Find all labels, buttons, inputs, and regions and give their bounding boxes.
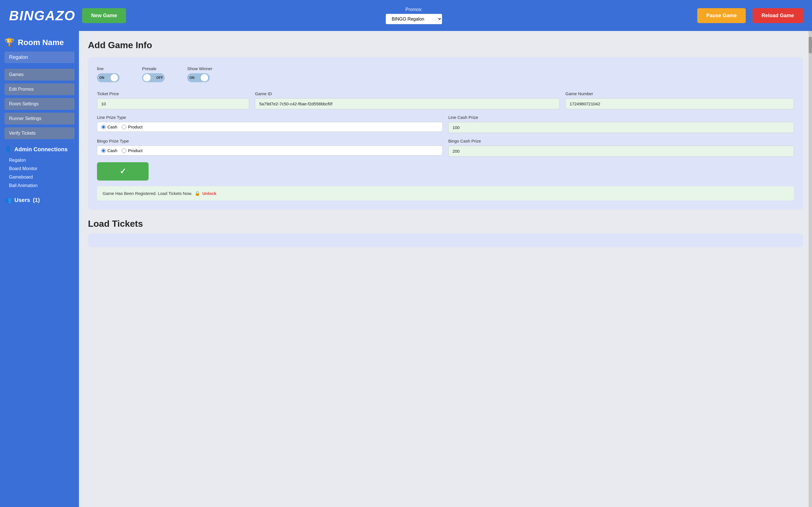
status-text: Game Has Been Registered. Load Tickets N… — [103, 191, 192, 196]
line-prize-cash-label: Cash — [107, 124, 117, 129]
line-toggle-label: ON — [99, 76, 104, 80]
line-cash-prize-input[interactable] — [448, 122, 794, 133]
ticket-price-label: Ticket Price — [97, 91, 249, 96]
nav-room-settings-button[interactable]: Room Settings — [4, 98, 74, 110]
promos-section: Promos: BINGO Regalon Promo 2 Promo 3 — [137, 7, 691, 24]
bingo-cash-prize-group: Bingo Cash Prize — [448, 138, 794, 157]
unlock-link[interactable]: Unlock — [202, 191, 216, 196]
line-prize-product-option[interactable]: Product — [122, 124, 143, 129]
bingo-prize-product-radio[interactable] — [122, 149, 126, 153]
bingo-cash-prize-input[interactable] — [448, 146, 794, 157]
bingo-cash-prize-label: Bingo Cash Prize — [448, 138, 794, 144]
presale-toggle-label: OFF — [156, 76, 163, 80]
room-badge[interactable]: Regalon — [4, 52, 74, 63]
show-winner-label: Show Winner — [187, 66, 212, 71]
line-prize-type-label: Line Prize Type — [97, 115, 443, 120]
users-title: 👥 Users (1) — [4, 196, 74, 203]
scrollbar-thumb[interactable] — [809, 37, 812, 54]
sidebar: 🏆 Room Name Regalon Games Edit Promos Ro… — [0, 31, 79, 507]
room-name-section: 🏆 Room Name — [4, 38, 74, 47]
status-message: Game Has Been Registered. Load Tickets N… — [97, 186, 794, 201]
game-id-group: Game ID — [255, 91, 560, 109]
admin-link-gameboard[interactable]: Gameboard — [4, 173, 74, 181]
presale-toggle[interactable]: OFF — [142, 73, 165, 82]
scrollbar[interactable] — [809, 31, 812, 507]
line-toggle[interactable]: ON — [97, 73, 119, 82]
bingo-prize-cash-radio[interactable] — [101, 149, 106, 153]
bingo-prize-row: Bingo Prize Type Cash Product Bingo Cash — [97, 138, 794, 157]
header: BINGAZO New Game Promos: BINGO Regalon P… — [0, 0, 812, 31]
line-prize-row: Line Prize Type Cash Product Line Cash P — [97, 115, 794, 133]
ticket-price-group: Ticket Price — [97, 91, 249, 109]
line-toggle-group: line ON — [97, 66, 119, 83]
admin-connections-section: 👤 Admin Connections Regalon Board Monito… — [4, 146, 74, 190]
nav-verify-tickets-button[interactable]: Verify Tickets — [4, 127, 74, 139]
show-winner-toggle-label: ON — [190, 76, 195, 80]
main-content: Add Game Info line ON Presale OFF — [79, 31, 812, 507]
reload-game-button[interactable]: Reload Game — [753, 8, 803, 23]
promos-select[interactable]: BINGO Regalon Promo 2 Promo 3 — [386, 14, 442, 24]
line-prize-cash-radio[interactable] — [101, 125, 106, 129]
new-game-button[interactable]: New Game — [82, 8, 126, 23]
main-fields-row: Ticket Price Game ID Game Number — [97, 91, 794, 109]
line-cash-prize-label: Line Cash Prize — [448, 115, 794, 120]
room-name-title: Room Name — [18, 38, 64, 47]
game-number-group: Game Number — [565, 91, 794, 109]
game-number-input[interactable] — [565, 98, 794, 109]
nav-runner-settings-button[interactable]: Runner Settings — [4, 113, 74, 124]
show-winner-toggle[interactable]: ON — [187, 73, 210, 82]
game-id-input[interactable] — [255, 98, 560, 109]
main-layout: 🏆 Room Name Regalon Games Edit Promos Ro… — [0, 31, 812, 507]
bingo-prize-type-label: Bingo Prize Type — [97, 138, 443, 144]
nav-edit-promos-button[interactable]: Edit Promos — [4, 83, 74, 95]
admin-link-board-monitor[interactable]: Board Monitor — [4, 165, 74, 173]
presale-label: Presale — [142, 66, 165, 71]
bingo-prize-product-option[interactable]: Product — [122, 148, 143, 153]
line-toggle-thumb — [110, 74, 118, 81]
line-prize-cash-option[interactable]: Cash — [101, 124, 117, 129]
submit-button[interactable]: ✓ — [97, 162, 149, 180]
admin-icon: 👤 — [4, 146, 11, 153]
show-winner-toggle-thumb — [201, 74, 208, 81]
add-game-info-card: line ON Presale OFF Show Winner — [88, 57, 803, 210]
line-prize-radio-group: Cash Product — [97, 122, 443, 132]
users-icon: 👥 — [4, 196, 11, 203]
load-tickets-card — [88, 233, 803, 247]
trophy-icon: 🏆 — [4, 38, 14, 47]
add-game-info-title: Add Game Info — [88, 40, 803, 50]
lock-icon: 🔒 — [195, 191, 200, 196]
logo: BINGAZO — [9, 8, 75, 23]
show-winner-toggle-group: Show Winner ON — [187, 66, 212, 83]
users-section: 👥 Users (1) — [4, 196, 74, 203]
ticket-price-input[interactable] — [97, 98, 249, 109]
game-number-label: Game Number — [565, 91, 794, 96]
bingo-prize-type-group: Bingo Prize Type Cash Product — [97, 138, 443, 157]
line-label: line — [97, 66, 119, 71]
checkmark-icon: ✓ — [119, 167, 126, 176]
game-id-label: Game ID — [255, 91, 560, 96]
pause-game-button[interactable]: Pause Game — [697, 8, 746, 23]
presale-toggle-thumb — [143, 74, 151, 81]
load-tickets-title: Load Tickets — [88, 219, 803, 229]
nav-games-button[interactable]: Games — [4, 69, 74, 80]
admin-link-regalon[interactable]: Regalon — [4, 156, 74, 165]
line-prize-product-label: Product — [128, 124, 143, 129]
admin-link-ball-animation[interactable]: Ball Animation — [4, 181, 74, 190]
bingo-prize-radio-group: Cash Product — [97, 146, 443, 156]
bingo-prize-cash-label: Cash — [107, 148, 117, 153]
line-prize-product-radio[interactable] — [122, 125, 126, 129]
presale-toggle-group: Presale OFF — [142, 66, 165, 83]
bingo-prize-cash-option[interactable]: Cash — [101, 148, 117, 153]
bingo-prize-product-label: Product — [128, 148, 143, 153]
line-prize-type-group: Line Prize Type Cash Product — [97, 115, 443, 133]
toggles-row: line ON Presale OFF Show Winner — [97, 66, 794, 83]
line-cash-prize-group: Line Cash Prize — [448, 115, 794, 133]
promos-label: Promos: — [405, 7, 422, 12]
admin-connections-title: 👤 Admin Connections — [4, 146, 74, 153]
